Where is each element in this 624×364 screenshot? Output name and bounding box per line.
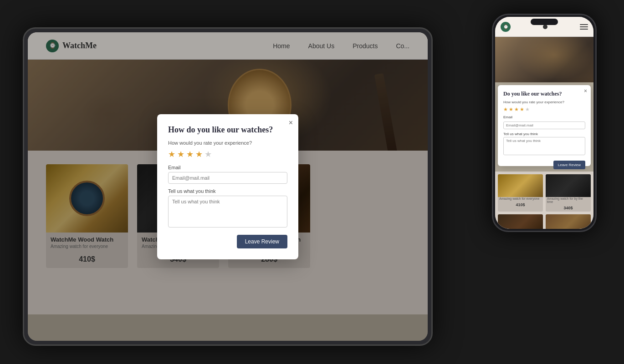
phone-star-3[interactable]: ★ (514, 106, 519, 112)
phone-product-wood[interactable]: Amazing watch for everyone 410$ (498, 174, 543, 212)
phone-feedback-textarea[interactable] (503, 137, 585, 155)
star-rating[interactable]: ★ ★ ★ ★ ★ (168, 149, 287, 159)
email-label: Email (168, 165, 287, 170)
email-input[interactable] (168, 172, 287, 184)
phone-products-section: Amazing watch for everyone 410$ Amazing … (495, 172, 593, 229)
phone-star-2[interactable]: ★ (509, 106, 513, 112)
phone-modal-subtitle: How would you rate your experience? (503, 100, 585, 104)
phone-notch (531, 19, 558, 25)
phone-review-modal: × Do you like our watches? How would you… (498, 85, 591, 166)
modal-close-button[interactable]: × (289, 119, 293, 127)
phone-camera (543, 25, 547, 29)
star-3[interactable]: ★ (186, 149, 194, 159)
phone-products-row-2 (498, 214, 591, 229)
modal-title: How do you like our watches? (168, 125, 287, 135)
review-modal: × How do you like our watches? How would… (157, 114, 298, 259)
phone-star-1[interactable]: ★ (503, 106, 508, 112)
phone-product-img-brown (546, 214, 591, 229)
modal-overlay: × How do you like our watches? How would… (28, 32, 428, 341)
phone-product-img-black (546, 174, 591, 197)
phone-submit-review-button[interactable]: Leave Review (553, 161, 585, 169)
phone-star-rating[interactable]: ★ ★ ★ ★ ★ (503, 106, 585, 112)
phone-logo-icon: ⌚ (501, 22, 511, 32)
phone-product-brown[interactable] (546, 214, 591, 229)
phone-star-4[interactable]: ★ (520, 106, 524, 112)
tablet-screen: ⌚ WatchMe Home About Us Products Co... W… (28, 32, 428, 341)
star-4[interactable]: ★ (195, 149, 203, 159)
phone-hero-banner (495, 37, 593, 82)
phone-star-5[interactable]: ★ (525, 106, 530, 112)
hamburger-line-3 (580, 29, 588, 30)
phone-product-name-wood: Amazing watch for everyone (498, 197, 543, 201)
star-1[interactable]: ★ (168, 149, 175, 159)
phone-product-img-wood (498, 174, 543, 197)
hamburger-line-2 (580, 26, 588, 27)
phone-feedback-label: Tell us what you think (503, 132, 585, 136)
modal-subtitle: How would you rate your experience? (168, 140, 287, 146)
phone-product-price-black: 340$ (546, 204, 591, 212)
star-5[interactable]: ★ (205, 149, 212, 159)
hamburger-line-1 (580, 24, 588, 25)
phone-modal-title: Do you like our watches? (503, 91, 585, 97)
feedback-label: Tell us what you think (168, 188, 287, 194)
phone-screen: ⌚ × Do you like our watches? How would y… (495, 17, 593, 229)
phone-products-row-1: Amazing watch for everyone 410$ Amazing … (498, 174, 591, 212)
phone-email-label: Email (503, 115, 585, 119)
star-2[interactable]: ★ (177, 149, 184, 159)
hamburger-menu-button[interactable] (580, 24, 588, 30)
phone-product-leather2[interactable] (498, 214, 543, 229)
feedback-textarea[interactable] (168, 196, 287, 228)
phone-email-input[interactable] (503, 121, 585, 129)
phone-device: ⌚ × Do you like our watches? How would y… (492, 14, 597, 232)
submit-review-button[interactable]: Leave Review (237, 235, 287, 248)
phone-product-img-leather2 (498, 214, 543, 229)
phone-product-black[interactable]: Amazing watch for by the time 340$ (546, 174, 591, 212)
phone-product-price-wood: 410$ (498, 201, 543, 208)
tablet-device: ⌚ WatchMe Home About Us Products Co... W… (23, 27, 433, 346)
phone-product-name-black: Amazing watch for by the time (546, 197, 591, 204)
phone-modal-close-button[interactable]: × (584, 88, 587, 94)
